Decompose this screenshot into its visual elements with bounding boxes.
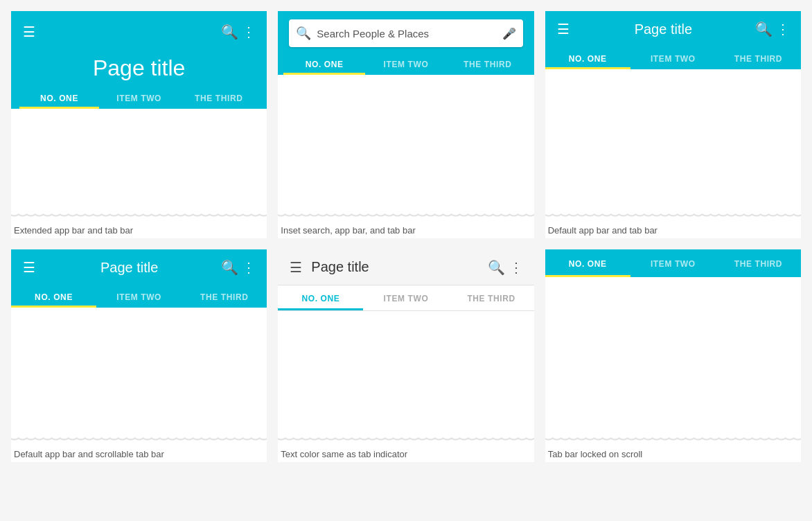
appbar: ☰ Page title 🔍 ⋮ NO. ONE ITEM TWO THE TH… [11,249,267,308]
tab-the-third[interactable]: THE THIRD [447,53,529,75]
tab-the-third[interactable]: THE THIRD [179,87,258,109]
tab-bar: NO. ONE ITEM TWO THE THIRD [283,53,528,75]
tab-no-one[interactable]: NO. ONE [278,285,363,310]
tab-bar: NO. ONE ITEM TWO THE THIRD [11,285,267,308]
appbar-row: ☰ Page title 🔍 ⋮ [11,249,267,285]
appbar: ☰ Page title 🔍 ⋮ NO. ONE ITEM TWO THE TH… [278,249,533,311]
menu-icon[interactable]: ☰ [286,259,306,276]
tab-no-one[interactable]: NO. ONE [11,285,96,308]
search-icon[interactable]: 🔍 [220,259,239,276]
more-icon[interactable]: ⋮ [239,259,258,276]
search-icon: 🔍 [296,26,311,41]
search-placeholder: Search People & Places [317,28,502,39]
tab-bar: NO. ONE ITEM TWO THE THIRD [545,47,801,69]
card-caption: Default app bar and tab bar [545,220,801,238]
tab-no-one[interactable]: NO. ONE [545,47,630,69]
card-body [278,75,533,220]
menu-icon[interactable]: ☰ [554,21,573,37]
card-body [545,277,801,443]
tab-no-one[interactable]: NO. ONE [545,249,630,277]
tab-the-third[interactable]: THE THIRD [449,285,534,310]
card-caption: Extended app bar and tab bar [11,220,267,238]
extended-appbar: ☰ 🔍 ⋮ Page title NO. ONE ITEM TWO THE TH… [11,11,267,109]
card-extended-appbar: ☰ 🔍 ⋮ Page title NO. ONE ITEM TWO THE TH… [11,11,267,238]
tab-item-two[interactable]: ITEM TWO [363,285,448,310]
more-icon[interactable]: ⋮ [239,24,258,40]
card-default-appbar: ☰ Page title 🔍 ⋮ NO. ONE ITEM TWO THE TH… [545,11,801,238]
appbar-row: ☰ Page title 🔍 ⋮ [278,249,533,285]
main-grid: ☰ 🔍 ⋮ Page title NO. ONE ITEM TWO THE TH… [0,0,812,473]
tab-the-third[interactable]: THE THIRD [716,249,801,277]
tab-item-two[interactable]: ITEM TWO [630,47,716,69]
card-body [11,308,267,443]
appbar: ☰ Page title 🔍 ⋮ NO. ONE ITEM TWO THE TH… [545,11,801,69]
menu-icon[interactable]: ☰ [19,259,39,276]
appbar-top-row: ☰ 🔍 ⋮ [19,17,258,47]
card-caption: Default app bar and scrollable tab bar [11,443,267,462]
page-title: Page title [19,47,258,87]
tab-no-one[interactable]: NO. ONE [283,53,365,75]
card-scrollable-tabs: ☰ Page title 🔍 ⋮ NO. ONE ITEM TWO THE TH… [11,249,267,462]
search-bar[interactable]: 🔍 Search People & Places 🎤 [289,19,522,47]
tab-bar: NO. ONE ITEM TWO THE THIRD [278,285,533,311]
page-title: Page title [573,21,754,37]
page-title: Page title [39,260,220,276]
search-icon[interactable]: 🔍 [754,21,773,37]
tab-item-two[interactable]: ITEM TWO [96,285,182,308]
card-caption: Inset search, app bar, and tab bar [278,220,533,238]
appbar-row: ☰ Page title 🔍 ⋮ [545,11,801,47]
mic-icon[interactable]: 🎤 [502,27,516,40]
tab-bar: NO. ONE ITEM TWO THE THIRD [19,87,258,109]
tab-the-third[interactable]: THE THIRD [182,285,267,308]
tab-bar: NO. ONE ITEM TWO THE THIRD [545,249,801,277]
tab-no-one[interactable]: NO. ONE [19,87,99,109]
card-tabs-locked: NO. ONE ITEM TWO THE THIRD Tab bar locke… [545,249,801,462]
card-body [545,69,801,220]
card-caption: Text color same as tab indicator [278,443,533,462]
more-icon[interactable]: ⋮ [773,21,793,37]
card-caption: Tab bar locked on scroll [545,443,801,462]
menu-icon[interactable]: ☰ [19,24,39,40]
search-appbar: 🔍 Search People & Places 🎤 NO. ONE ITEM … [278,11,533,75]
card-inset-search: 🔍 Search People & Places 🎤 NO. ONE ITEM … [278,11,533,238]
more-icon[interactable]: ⋮ [506,259,526,276]
tab-item-two[interactable]: ITEM TWO [630,249,716,277]
card-body [278,311,533,443]
tab-item-two[interactable]: ITEM TWO [99,87,179,109]
page-title: Page title [311,259,486,275]
search-icon[interactable]: 🔍 [487,259,506,276]
tab-item-two[interactable]: ITEM TWO [365,53,447,75]
card-text-color-tabs: ☰ Page title 🔍 ⋮ NO. ONE ITEM TWO THE TH… [278,249,533,462]
search-icon[interactable]: 🔍 [220,24,239,40]
tab-the-third[interactable]: THE THIRD [716,47,801,69]
card-body [11,109,267,220]
